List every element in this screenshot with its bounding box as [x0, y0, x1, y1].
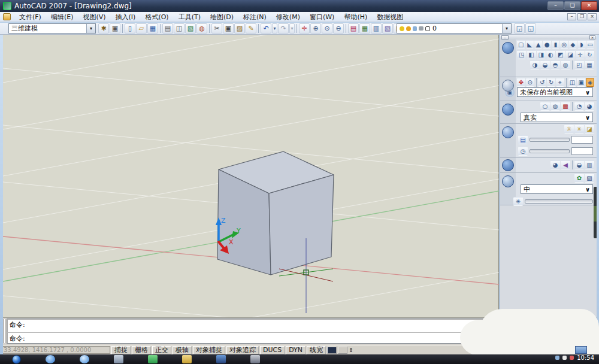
tool-palettes-icon[interactable]: ▥: [371, 23, 382, 34]
realistic-style-icon[interactable]: ▩: [561, 102, 570, 111]
ortho-toggle[interactable]: 正交: [152, 346, 171, 354]
3d-dwf-icon[interactable]: ◍: [196, 23, 207, 34]
cylinder-primitive-icon[interactable]: ▮: [552, 40, 559, 49]
new-file-icon[interactable]: ▯: [125, 23, 135, 34]
layer-freeze-sun-icon[interactable]: [406, 26, 411, 31]
light-lock-icon[interactable]: ◪: [585, 125, 594, 134]
camera-icon[interactable]: ◫: [568, 78, 577, 87]
zoom-tool-icon[interactable]: ⊙: [526, 78, 534, 87]
perspective-projection-icon[interactable]: ◈: [586, 78, 594, 87]
sky-status-icon[interactable]: ✳: [574, 125, 584, 134]
layer-color-swatch[interactable]: [425, 26, 430, 31]
torus-primitive-icon[interactable]: ◎: [560, 40, 568, 49]
2d-wireframe-style-icon[interactable]: ○: [540, 102, 550, 111]
save-icon[interactable]: ▦: [147, 23, 158, 34]
annotation-scale-icon[interactable]: [338, 347, 347, 354]
workspace-save-icon[interactable]: ▣: [110, 23, 120, 34]
redo-dropdown-icon[interactable]: ▾: [289, 23, 295, 34]
make-object-layer-current-icon[interactable]: ◲: [514, 23, 525, 34]
dashboard-minimize-icon[interactable]: –: [501, 35, 509, 40]
taskbar-explorer-icon[interactable]: [114, 355, 123, 363]
menu-modify[interactable]: 修改(M): [271, 12, 305, 22]
edge-jitter-icon[interactable]: ◕: [585, 102, 594, 111]
parallel-projection-icon[interactable]: ▣: [577, 78, 585, 87]
slice-icon[interactable]: ◪: [565, 50, 574, 59]
render-preset-dropdown-arrow[interactable]: ∨: [583, 186, 592, 193]
attach-material-icon[interactable]: ◀: [561, 160, 570, 169]
loft-icon[interactable]: ◩: [556, 50, 565, 59]
mdi-restore-button[interactable]: ❐: [577, 13, 586, 20]
materials-editor-icon[interactable]: ◕: [550, 160, 560, 169]
mdi-minimize-button[interactable]: –: [567, 13, 576, 20]
tray-network-icon[interactable]: [555, 356, 559, 360]
taskbar-autocad-icon[interactable]: [216, 355, 226, 363]
model-space-icon[interactable]: [327, 347, 337, 354]
render-preset-combobox[interactable]: 中 ∨: [521, 184, 593, 194]
layer-previous-icon[interactable]: ◱: [525, 23, 536, 34]
lineweight-toggle[interactable]: 线宽: [307, 346, 326, 354]
menu-draw[interactable]: 绘图(D): [205, 12, 238, 22]
union-icon[interactable]: ◑: [530, 60, 540, 69]
coordinate-readout[interactable]: 33.4928, 1416.1727 , 0.0000: [1, 346, 110, 354]
dashboard-close-icon[interactable]: ×: [589, 35, 595, 40]
polysolid-icon[interactable]: ◳: [517, 50, 526, 59]
menu-tools[interactable]: 工具(T): [174, 12, 205, 22]
zoom-previous-icon[interactable]: ⊖: [333, 23, 344, 34]
taskbar-browser-icon[interactable]: [80, 355, 89, 363]
zoom-realtime-icon[interactable]: ⊕: [310, 23, 321, 34]
extrude-icon[interactable]: ◧: [527, 50, 536, 59]
minimize-button[interactable]: –: [547, 1, 564, 10]
paste-icon[interactable]: ▨: [234, 23, 245, 34]
material-library-icon[interactable]: ▥: [585, 160, 594, 169]
taskbar-clock[interactable]: 10:54: [577, 354, 594, 361]
layer-combobox[interactable]: 0 ▾: [397, 23, 512, 34]
tray-security-icon[interactable]: [570, 356, 574, 360]
cone-primitive-icon[interactable]: ▲: [534, 40, 542, 49]
subtract-icon[interactable]: ◒: [540, 60, 550, 69]
render-quality-slider[interactable]: [525, 199, 593, 204]
edge-overhang-icon[interactable]: ◔: [574, 102, 584, 111]
interfere-icon[interactable]: ◍: [561, 60, 570, 69]
materials-section-icon[interactable]: [502, 159, 514, 171]
3d-rotate-icon[interactable]: ↻: [585, 50, 594, 59]
polar-toggle[interactable]: 极轴: [173, 346, 192, 354]
taskbar-green-app-icon[interactable]: [148, 355, 158, 363]
designcenter-icon[interactable]: ▦: [359, 23, 370, 34]
layer-lock-icon[interactable]: [413, 26, 417, 31]
menu-edit[interactable]: 编辑(E): [46, 12, 78, 22]
osnap-toggle[interactable]: 对象捕捉: [193, 346, 225, 354]
pyramid-primitive-icon[interactable]: ◆: [569, 40, 577, 49]
3d-align-icon[interactable]: ◰: [574, 60, 584, 69]
menu-insert[interactable]: 插入(I): [111, 12, 141, 22]
visual-style-dropdown-arrow[interactable]: ∨: [583, 114, 592, 121]
brightness-slider[interactable]: [530, 138, 570, 142]
visual-style-section-icon[interactable]: [502, 104, 514, 116]
constrained-orbit-icon[interactable]: ↺: [538, 78, 546, 87]
mdi-close-button[interactable]: ×: [588, 13, 597, 20]
plot-preview-icon[interactable]: ◫: [174, 23, 184, 34]
pan-icon[interactable]: ✛: [299, 23, 310, 34]
taskbar-folder-icon[interactable]: [182, 355, 192, 363]
planar-surface-icon[interactable]: ▭: [586, 40, 594, 49]
3d-move-icon[interactable]: ✛: [576, 50, 585, 59]
contrast-slider[interactable]: [530, 149, 570, 153]
redo-icon[interactable]: ↷: [278, 23, 289, 34]
intersect-icon[interactable]: ◓: [550, 60, 560, 69]
light-section-icon[interactable]: [502, 126, 514, 138]
pan-tool-icon[interactable]: ✥: [517, 78, 525, 87]
3d-wireframe-style-icon[interactable]: ◍: [550, 102, 560, 111]
workspace-dropdown-arrow[interactable]: ▾: [86, 24, 95, 33]
wedge-primitive-icon[interactable]: ◣: [526, 40, 534, 49]
layer-plot-icon[interactable]: [419, 26, 423, 31]
free-orbit-icon[interactable]: ↻: [547, 78, 555, 87]
sweep-icon[interactable]: ◨: [537, 50, 546, 59]
material-mapping-icon[interactable]: ◒: [574, 160, 584, 169]
status-menu-arrow-icon[interactable]: ⇕: [349, 347, 353, 353]
sphere-primitive-icon[interactable]: ●: [543, 40, 550, 49]
close-button[interactable]: ✕: [581, 1, 597, 10]
workspace-combobox[interactable]: 三维建模 ▾: [8, 23, 96, 34]
copy-icon[interactable]: ▣: [223, 23, 234, 34]
menu-view[interactable]: 视图(V): [78, 12, 110, 22]
workspace-settings-icon[interactable]: ✱: [98, 23, 109, 34]
menu-file[interactable]: 文件(F): [14, 12, 46, 22]
